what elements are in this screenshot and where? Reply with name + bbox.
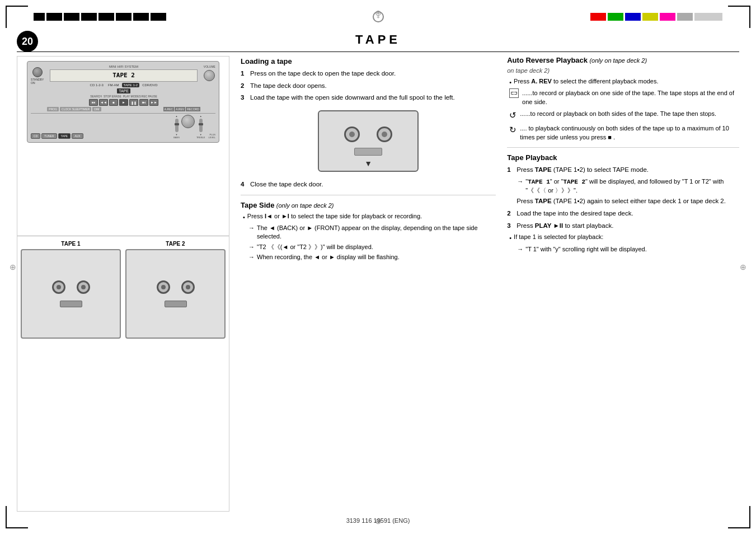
inline-reel-left xyxy=(344,127,360,142)
power-button-icon xyxy=(32,67,43,77)
arec-buttons: A.REC A.REV RECORD xyxy=(163,107,200,111)
step-4-num: 4 xyxy=(241,180,247,189)
btn-cd: CD xyxy=(31,133,40,139)
tape-side-arrow-text-3: When recording, the ◄ or ► display will … xyxy=(257,253,400,261)
page-title: TAPE xyxy=(0,32,756,47)
content-columns: Loading a tape 1 Press on the tape deck … xyxy=(241,56,739,512)
btn-clock: CLOCK SLEEPTIMER xyxy=(60,107,91,111)
tape-side-bullet-1: • Press I◄ or ►I to select the tape side… xyxy=(241,212,496,222)
playback-tape1-arrow-sym: → xyxy=(517,245,523,254)
auto-rev-subtitle-2: on tape deck 2) xyxy=(507,67,739,74)
brand-label: MINI HIFI SYSTEM xyxy=(47,65,200,68)
tape2-reel-right xyxy=(181,280,195,294)
tape-side-text-1: Press I◄ or ►I to select the tape side f… xyxy=(247,212,496,222)
step-3: 3 Load the tape with the open side downw… xyxy=(241,93,496,102)
treble-slider: ▲ ▼ TREBLE xyxy=(196,115,205,139)
source-btns-row: CD TUNER TAPE AUX xyxy=(31,133,83,139)
tape2-label: TAPE 2 xyxy=(125,241,226,247)
playback-step-3-num: 3 xyxy=(507,221,514,231)
arrow-sym-1: → xyxy=(248,224,255,241)
btn-prog: PROG xyxy=(47,107,59,111)
sel-cd: CD 1-2-3 xyxy=(88,83,105,87)
tape-deck-2-box xyxy=(125,249,226,339)
divider-2 xyxy=(507,147,739,148)
playback-arrow-1: → "TAPE 1" or "TAPE 2" will be displayed… xyxy=(507,177,739,195)
auto-rev-intro-item: • Press A. REV to select the different p… xyxy=(507,77,739,87)
tape-loading-diagram-area: ▼ xyxy=(241,106,496,176)
transport-controls: ⏮ ◄◄ ■ ► ❚❚ ⏭ ►► xyxy=(47,99,200,106)
bar-left-blocks xyxy=(34,13,166,21)
playback-arrow-text-1: "TAPE 1" or "TAPE 2" will be displayed, … xyxy=(525,177,739,195)
corner-decoration-tl xyxy=(6,6,28,28)
btn-stop: ■ xyxy=(109,99,118,106)
ctrl-label-rec: REC xyxy=(142,95,148,98)
center-crosshair-top xyxy=(373,11,384,22)
playback-step-1b-text: Press TAPE (TAPE 1•2) again to select ei… xyxy=(516,196,739,206)
auto-rev-title: Auto Reverse Playback xyxy=(507,56,588,64)
tape-side-subtitle: (only on tape deck 2) xyxy=(276,202,334,209)
rev-mode-1-text: ......to record or playback on one side … xyxy=(522,89,739,106)
btn-play: ► xyxy=(119,99,128,106)
level-label: PLUSLEVEL xyxy=(208,133,215,139)
eq-knob xyxy=(181,115,195,128)
tape-arrow-down: ▼ xyxy=(364,159,372,168)
btn-dim: DIM xyxy=(92,107,101,111)
playback-arrow-sym-1: → xyxy=(517,177,523,195)
playback-if-tape1-text: If tape 1 is selected for playback: xyxy=(514,233,739,242)
rev-icon-1: ⊏⊐ xyxy=(509,88,519,98)
tape-side-header: Tape Side (only on tape deck 2) xyxy=(241,201,496,209)
tape-side-arrow-text-1: The ◄ (BACK) or ► (FRONT) appear on the … xyxy=(257,224,496,241)
left-content-col: Loading a tape 1 Press on the tape deck … xyxy=(241,56,496,512)
rev-icon-2: ↺ xyxy=(509,109,516,121)
btn-rew: ◄◄ xyxy=(99,99,108,106)
btn-prev: ⏮ xyxy=(89,99,98,106)
tape-decks-area: TAPE 1 TAPE 2 xyxy=(17,236,229,343)
playback-step-1b-num xyxy=(507,196,514,206)
ctrl-label-stop: STOP ERASE xyxy=(104,95,121,98)
playback-tape1-arrow: → "T 1" with "y" scrolling right will be… xyxy=(507,245,739,254)
arrow-sym-2: → xyxy=(248,243,255,251)
bass-slider: ▲ ▼ BASS xyxy=(173,115,180,139)
rev-mode-1: ⊏⊐ ......to record or playback on one si… xyxy=(509,89,739,106)
corner-decoration-tr xyxy=(728,6,750,28)
tape-side-arrow-1: → The ◄ (BACK) or ► (FRONT) appear on th… xyxy=(241,224,496,241)
playback-tape1-arrow-text: "T 1" with "y" scrolling right will be d… xyxy=(525,245,647,254)
playback-step-3: 3 Press PLAY ►II to start playback. xyxy=(507,221,739,231)
ctrl-label-search: SEARCH xyxy=(90,95,102,98)
top-decorative-bar xyxy=(34,11,722,22)
arrow-sym-3: → xyxy=(248,253,255,261)
btn-tape: TAPE xyxy=(58,133,71,139)
tape1-reel-left xyxy=(52,280,65,294)
tape-side-title: Tape Side xyxy=(241,201,274,209)
page-reference: 3139 116 19591 (ENG) xyxy=(346,517,410,524)
btn-arev: A.REV xyxy=(175,107,185,111)
tape-side-arrow-text-2: "T2 《《(◄ or "T2 》》)" will be displayed. xyxy=(257,243,373,251)
rev-icon-3: ↻ xyxy=(509,124,516,135)
tape1-reel-right xyxy=(77,280,90,294)
rev-mode-3: ↻ .... to playback continuously on both … xyxy=(509,124,739,142)
playback-step-3-text: Press PLAY ►II to start playback. xyxy=(516,221,739,231)
sel-tape: TAPE 1-2 xyxy=(122,83,140,87)
auto-rev-modes: ⊏⊐ ......to record or playback on one si… xyxy=(509,89,739,142)
auto-rev-header: Auto Reverse Playback (only on tape deck… xyxy=(507,56,739,64)
auto-rev-subtitle: (only on tape deck 2) xyxy=(589,57,647,64)
volume-label: VOLUME xyxy=(204,65,215,68)
btn-tuner: TUNER xyxy=(41,133,57,139)
step-4-text: Close the tape deck door. xyxy=(250,180,496,189)
playback-step-2-num: 2 xyxy=(507,209,514,218)
step-3-text: Load the tape with the open side downwar… xyxy=(250,93,496,102)
tape-side-arrow-3: → When recording, the ◄ or ► display wil… xyxy=(241,253,496,261)
step-2-num: 2 xyxy=(241,81,247,91)
tape-deck-1-box xyxy=(21,249,121,339)
volume-knob xyxy=(204,70,215,81)
tape2-head xyxy=(165,301,187,307)
device-illustration: STANDBYON MINI HIFI SYSTEM TAPE 2 CD 1-2… xyxy=(17,57,229,236)
divider-1 xyxy=(241,195,496,195)
auto-rev-bullet: • xyxy=(509,78,511,87)
sel-cdr: CDR/DVD xyxy=(140,83,159,87)
inline-reels xyxy=(344,127,392,142)
step-1-text: Press on the tape deck to open the tape … xyxy=(250,69,496,78)
sel-fm: FM-AM xyxy=(106,83,121,87)
playback-step-1-text: Press TAPE (TAPE 1•2) to select TAPE mod… xyxy=(516,165,739,175)
inline-reel-right xyxy=(377,127,392,142)
